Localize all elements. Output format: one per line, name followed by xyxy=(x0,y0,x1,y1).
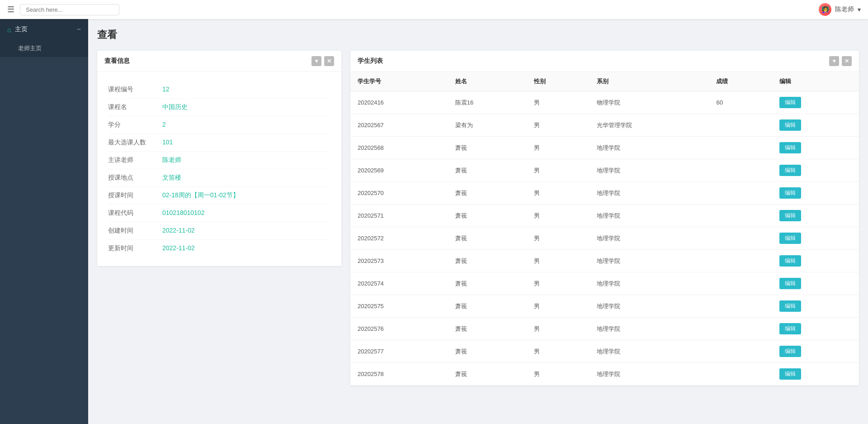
edit-button[interactable]: 编辑 xyxy=(779,300,801,312)
info-row-value: 中国历史 xyxy=(162,103,330,111)
student-score xyxy=(709,205,772,227)
table-row: 20202577 萧莪 男 地理学院 编辑 xyxy=(350,340,859,363)
edit-button[interactable]: 编辑 xyxy=(779,165,801,176)
table-row: 20202567 梁有为 男 光华管理学院 编辑 xyxy=(350,114,859,137)
table-row: 20202416 陈震16 男 物理学院 60 编辑 xyxy=(350,91,859,114)
cards-row: 查看信息 ▾ ✕ 课程编号 12 课程名 中国历史 学分 2 最大选课人数 10… xyxy=(97,51,859,386)
info-card: 查看信息 ▾ ✕ 课程编号 12 课程名 中国历史 学分 2 最大选课人数 10… xyxy=(97,51,341,266)
edit-button[interactable]: 编辑 xyxy=(779,97,801,108)
student-dept: 地理学院 xyxy=(590,182,709,205)
table-row: 20202576 萧莪 男 地理学院 编辑 xyxy=(350,318,859,340)
search-input[interactable] xyxy=(20,4,119,15)
sidebar-item-home-label: 主页 xyxy=(15,25,77,33)
student-name: 萧莪 xyxy=(448,227,527,250)
table-row: 20202569 萧莪 男 地理学院 编辑 xyxy=(350,159,859,182)
edit-button[interactable]: 编辑 xyxy=(779,278,801,289)
edit-button[interactable]: 编辑 xyxy=(779,142,801,153)
student-edit-cell: 编辑 xyxy=(772,272,859,295)
info-row-label: 授课时间 xyxy=(108,191,162,200)
student-edit-cell: 编辑 xyxy=(772,295,859,318)
student-edit-cell: 编辑 xyxy=(772,159,859,182)
edit-button[interactable]: 编辑 xyxy=(779,346,801,357)
student-card-title: 学生列表 xyxy=(358,57,383,65)
table-row: 20202571 萧莪 男 地理学院 编辑 xyxy=(350,205,859,227)
edit-button[interactable]: 编辑 xyxy=(779,255,801,267)
sidebar-item-teacher-home[interactable]: 老师主页 xyxy=(0,40,88,57)
student-dept: 物理学院 xyxy=(590,91,709,114)
info-row-value: 010218010102 xyxy=(162,209,330,216)
column-header: 成绩 xyxy=(709,72,772,91)
student-gender: 男 xyxy=(527,318,590,340)
student-gender: 男 xyxy=(527,340,590,363)
info-card-collapse-btn[interactable]: ▾ xyxy=(311,56,321,66)
student-id: 20202577 xyxy=(350,340,448,363)
student-edit-cell: 编辑 xyxy=(772,250,859,272)
student-card-collapse-btn[interactable]: ▾ xyxy=(829,56,839,66)
student-edit-cell: 编辑 xyxy=(772,91,859,114)
student-card-close-btn[interactable]: ✕ xyxy=(842,56,852,66)
student-score: 60 xyxy=(709,91,772,114)
info-card-body: 课程编号 12 课程名 中国历史 学分 2 最大选课人数 101 主讲老师 陈老… xyxy=(97,72,341,266)
edit-button[interactable]: 编辑 xyxy=(779,233,801,244)
student-name: 萧莪 xyxy=(448,295,527,318)
info-row-label: 创建时间 xyxy=(108,227,162,235)
student-dept: 地理学院 xyxy=(590,250,709,272)
student-id: 20202571 xyxy=(350,205,448,227)
student-table-head: 学生学号姓名性别系别成绩编辑 xyxy=(350,72,859,91)
page-title: 查看 xyxy=(97,28,859,42)
user-menu[interactable]: 👩‍🏫 陈老师 ▾ xyxy=(819,3,861,16)
sidebar-sub-label: 老师主页 xyxy=(18,45,42,52)
student-score xyxy=(709,363,772,386)
student-id: 20202572 xyxy=(350,227,448,250)
info-row-label: 授课地点 xyxy=(108,174,162,182)
student-gender: 男 xyxy=(527,227,590,250)
student-gender: 男 xyxy=(527,205,590,227)
info-row-label: 课程名 xyxy=(108,103,162,111)
student-id: 20202578 xyxy=(350,363,448,386)
student-card-header: 学生列表 ▾ ✕ xyxy=(350,51,859,72)
student-table-header-row: 学生学号姓名性别系别成绩编辑 xyxy=(350,72,859,91)
student-id: 20202570 xyxy=(350,182,448,205)
info-row-label: 学分 xyxy=(108,121,162,129)
student-dept: 地理学院 xyxy=(590,137,709,159)
info-row-value: 2022-11-02 xyxy=(162,227,330,234)
info-row: 主讲老师 陈老师 xyxy=(108,152,330,169)
info-card-actions: ▾ ✕ xyxy=(311,56,334,66)
student-table-body: 20202416 陈震16 男 物理学院 60 编辑 20202567 梁有为 … xyxy=(350,91,859,386)
student-id: 20202573 xyxy=(350,250,448,272)
student-edit-cell: 编辑 xyxy=(772,318,859,340)
student-gender: 男 xyxy=(527,182,590,205)
student-gender: 男 xyxy=(527,250,590,272)
edit-button[interactable]: 编辑 xyxy=(779,119,801,131)
info-row-label: 主讲老师 xyxy=(108,156,162,164)
student-name: 陈震16 xyxy=(448,91,527,114)
student-name: 梁有为 xyxy=(448,114,527,137)
student-name: 萧莪 xyxy=(448,205,527,227)
student-edit-cell: 编辑 xyxy=(772,182,859,205)
student-id: 20202416 xyxy=(350,91,448,114)
student-id: 20202568 xyxy=(350,137,448,159)
student-gender: 男 xyxy=(527,295,590,318)
student-dept: 地理学院 xyxy=(590,159,709,182)
student-edit-cell: 编辑 xyxy=(772,137,859,159)
info-row-value: 2 xyxy=(162,121,330,128)
edit-button[interactable]: 编辑 xyxy=(779,210,801,221)
column-header: 编辑 xyxy=(772,72,859,91)
info-card-close-btn[interactable]: ✕ xyxy=(324,56,334,66)
student-table-wrapper: 学生学号姓名性别系别成绩编辑 20202416 陈震16 男 物理学院 60 编… xyxy=(350,72,859,386)
edit-button[interactable]: 编辑 xyxy=(779,368,801,380)
student-edit-cell: 编辑 xyxy=(772,363,859,386)
edit-button[interactable]: 编辑 xyxy=(779,187,801,199)
info-row: 授课地点 文笛楼 xyxy=(108,169,330,187)
sidebar-item-home[interactable]: ⌂ 主页 − xyxy=(0,19,88,40)
info-row-value: 2022-11-02 xyxy=(162,244,330,252)
student-score xyxy=(709,272,772,295)
info-row: 授课时间 02-18周的【周一01-02节】 xyxy=(108,187,330,205)
edit-button[interactable]: 编辑 xyxy=(779,323,801,334)
info-row-value: 文笛楼 xyxy=(162,174,330,182)
menu-icon[interactable]: ☰ xyxy=(7,5,14,14)
student-name: 萧莪 xyxy=(448,250,527,272)
table-row: 20202570 萧莪 男 地理学院 编辑 xyxy=(350,182,859,205)
student-dept: 地理学院 xyxy=(590,227,709,250)
student-score xyxy=(709,137,772,159)
